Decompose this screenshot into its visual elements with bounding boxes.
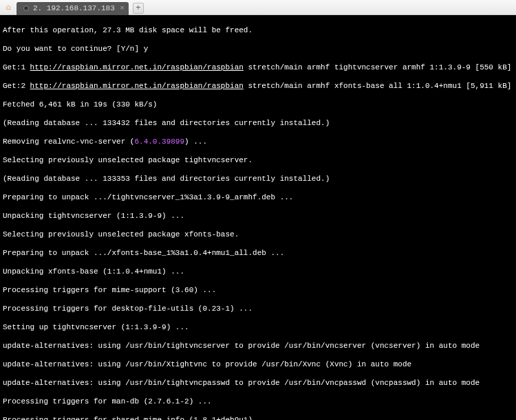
output-line: Processing triggers for man-db (2.7.6.1-… (3, 397, 513, 407)
output-line: Processing triggers for desktop-file-uti… (3, 305, 513, 314)
output-line: Get:1 http://raspbian.mirror.net.in/rasp… (3, 63, 513, 73)
output-line: update-alternatives: using /usr/bin/tigh… (3, 379, 513, 388)
output-line: Processing triggers for shared-mime-info… (3, 416, 513, 421)
home-icon[interactable]: ⌂ (3, 2, 14, 13)
output-line: Preparing to unpack .../tightvncserver_1… (3, 193, 513, 203)
text: stretch/main armhf xfonts-base all 1:1.0… (244, 82, 511, 90)
output-line: Get:2 http://raspbian.mirror.net.in/rasp… (3, 82, 513, 91)
output-line: Setting up tightvncserver (1:1.3.9-9) ..… (3, 323, 513, 333)
close-icon[interactable]: × (120, 4, 125, 12)
output-line: Do you want to continue? [Y/n] y (3, 45, 513, 54)
output-line: (Reading database ... 133432 files and d… (3, 119, 513, 129)
output-line: update-alternatives: using /usr/bin/tigh… (3, 342, 513, 351)
output-line: Selecting previously unselected package … (3, 230, 513, 240)
output-line: update-alternatives: using /usr/bin/Xtig… (3, 360, 513, 370)
text: Get:2 (3, 82, 30, 90)
output-line: Unpacking tightvncserver (1:1.3.9-9) ... (3, 212, 513, 221)
text: ) ... (184, 137, 207, 146)
url-link: http://raspbian.mirror.net.in/raspbian/r… (30, 63, 244, 71)
tab-title: 2. 192.168.137.183 (33, 4, 115, 12)
text: Removing realvnc-vnc-server ( (3, 137, 134, 146)
terminal-tab[interactable]: 2. 192.168.137.183 × (17, 2, 129, 15)
terminal-output[interactable]: After this operation, 27.3 MB disk space… (0, 15, 516, 420)
tab-status-icon (23, 5, 29, 11)
url-link: http://raspbian.mirror.net.in/raspbian/r… (30, 82, 244, 90)
text: stretch/main armhf tightvncserver armhf … (244, 63, 511, 71)
output-line: After this operation, 27.3 MB disk space… (3, 26, 513, 36)
add-tab-button[interactable]: + (133, 3, 144, 14)
output-line: Selecting previously unselected package … (3, 156, 513, 166)
output-line: (Reading database ... 133353 files and d… (3, 175, 513, 184)
text: Get:1 (3, 63, 30, 71)
version-text: 6.4.0.39899 (134, 137, 184, 146)
window-titlebar: ⌂ 2. 192.168.137.183 × + (0, 0, 516, 15)
output-line: Fetched 6,461 kB in 19s (330 kB/s) (3, 100, 513, 110)
output-line: Preparing to unpack .../xfonts-base_1%3a… (3, 249, 513, 258)
output-line: Unpacking xfonts-base (1:1.0.4+nmu1) ... (3, 267, 513, 277)
output-line: Removing realvnc-vnc-server (6.4.0.39899… (3, 137, 513, 147)
output-line: Processing triggers for mime-support (3.… (3, 286, 513, 296)
